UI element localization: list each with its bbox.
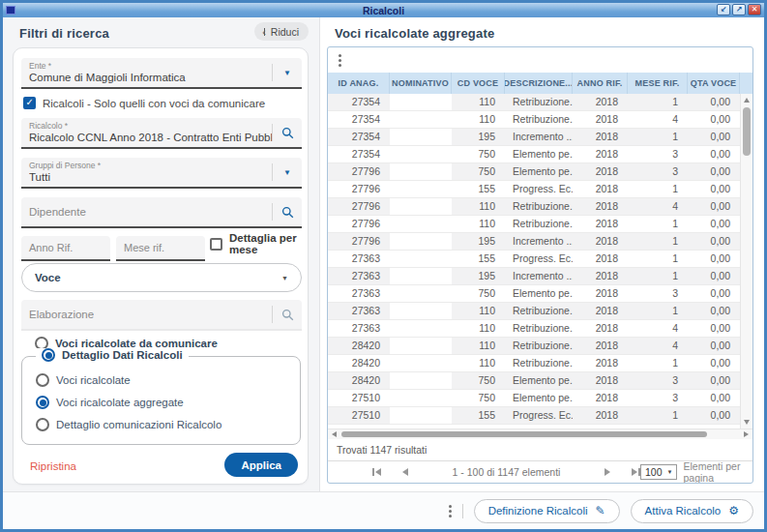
page-size-select[interactable]: 100 ▼ bbox=[640, 464, 677, 480]
table-menu-kebab-icon[interactable] bbox=[339, 54, 341, 67]
table-row[interactable]: 27354110Retribuzione...201810,00 bbox=[328, 94, 740, 111]
attiva-ricalcolo-button[interactable]: Attiva Ricalcolo ⚙ bbox=[631, 499, 753, 523]
table-row[interactable]: 27796750Elemento pe...201830,00 bbox=[328, 163, 740, 181]
prev-page-button[interactable] bbox=[402, 468, 408, 476]
scroll-up-icon[interactable] bbox=[744, 98, 750, 103]
maximize-window-button[interactable]: ↗ bbox=[732, 4, 746, 15]
table-row[interactable]: 27796195Incremento ...201810,00 bbox=[328, 233, 740, 251]
table-row[interactable]: 27510750Elemento pe...201830,00 bbox=[328, 390, 740, 407]
table-row[interactable]: 27363155Progress. Ec...201810,00 bbox=[328, 251, 740, 268]
vertical-scroll-thumb[interactable] bbox=[743, 107, 751, 156]
table-cell: 2018 bbox=[573, 181, 628, 197]
ricalcoli-checkbox[interactable]: Ricalcoli - Solo quelli con voci da comu… bbox=[23, 97, 265, 109]
table-cell bbox=[390, 338, 452, 354]
table-row[interactable]: 27354195Incremento ...201810,00 bbox=[328, 129, 740, 146]
column-header[interactable]: QTA VOCE bbox=[688, 73, 740, 94]
table-row[interactable]: 27510155Progress. Ec...201810,00 bbox=[328, 407, 740, 425]
table-cell: 3 bbox=[628, 285, 688, 302]
chevron-down-icon[interactable]: ▼ bbox=[273, 58, 302, 87]
window: Ricalcoli ↙ ↗ ✕ Filtri di ricerca ‹ Ridu… bbox=[0, 0, 767, 532]
radio-voci-ricalcolate-aggregate[interactable]: Voci ricalcolate aggregate bbox=[36, 396, 184, 409]
table-cell: 0,00 bbox=[688, 355, 740, 371]
applica-button[interactable]: Applica bbox=[224, 453, 298, 477]
definizione-ricalcoli-button[interactable]: Definizione Ricalcoli ✎ bbox=[474, 499, 620, 523]
gruppi-persone-field[interactable]: Gruppi di Persone * Tutti ▼ bbox=[21, 158, 302, 189]
dettaglia-per-mese-checkbox[interactable]: Dettaglia per mese bbox=[210, 232, 308, 255]
mese-rif-field[interactable]: Mese rif. bbox=[116, 236, 205, 261]
table-cell: 0,00 bbox=[688, 216, 740, 232]
column-header[interactable]: MESE RIF. bbox=[628, 73, 688, 94]
radio-circle[interactable] bbox=[36, 396, 49, 409]
table-row[interactable]: 28420750Elemento pe...201830,00 bbox=[328, 372, 740, 390]
table-row[interactable]: 27363110Retribuzione...201840,00 bbox=[328, 320, 740, 338]
table-cell: Progress. Ec... bbox=[505, 181, 573, 197]
vertical-scrollbar[interactable] bbox=[740, 94, 752, 429]
collapse-panel-button[interactable]: ‹ Riduci bbox=[254, 22, 309, 41]
search-icon[interactable] bbox=[273, 300, 302, 329]
table-cell: 195 bbox=[452, 233, 505, 250]
elaborazione-field[interactable]: Elaborazione bbox=[21, 300, 302, 331]
table-row[interactable]: 27796155Progress. Ec...201810,00 bbox=[328, 181, 740, 198]
horizontal-scrollbar[interactable] bbox=[328, 429, 752, 439]
ripristina-link[interactable]: Ripristina bbox=[30, 460, 76, 472]
scroll-left-icon[interactable] bbox=[332, 431, 337, 437]
column-header[interactable]: ID ANAG. bbox=[328, 73, 390, 94]
table-row[interactable]: 27363750Elemento pe...201830,00 bbox=[328, 285, 740, 303]
table-cell bbox=[390, 251, 452, 267]
table-row[interactable]: 27354750Elemento pe...201830,00 bbox=[328, 146, 740, 163]
search-icon[interactable] bbox=[273, 197, 302, 226]
first-page-button[interactable] bbox=[372, 468, 381, 476]
horizontal-scroll-thumb[interactable] bbox=[341, 431, 707, 437]
ricalcolo-field[interactable]: Ricalcolo * Ricalcolo CCNL Anno 2018 - C… bbox=[21, 118, 302, 149]
next-page-button[interactable] bbox=[605, 468, 610, 476]
radio-dettaglio-dati-ricalcoli[interactable]: Dettaglio Dati Ricalcoli bbox=[36, 348, 189, 362]
results-panel: Voci ricalcolate aggregate ID ANAG.NOMIN… bbox=[321, 17, 764, 491]
table-cell: Progress. Ec... bbox=[505, 251, 573, 267]
table-cell: 110 bbox=[452, 198, 505, 215]
table-row[interactable]: 27354110Retribuzione...201840,00 bbox=[328, 111, 740, 129]
scroll-right-icon[interactable] bbox=[744, 431, 749, 437]
table-row[interactable]: 28420110Retribuzione...201810,00 bbox=[328, 355, 740, 372]
table-row[interactable]: 27796110Retribuzione...201810,00 bbox=[328, 216, 740, 233]
radio-voci-ricalcolate[interactable]: Voci ricalcolate bbox=[36, 373, 131, 387]
radio-circle[interactable] bbox=[36, 373, 49, 387]
mese-rif-placeholder: Mese rif. bbox=[124, 242, 164, 253]
column-header[interactable]: ANNO RIF. bbox=[573, 73, 628, 94]
table-cell: 3 bbox=[628, 372, 688, 389]
titlebar[interactable]: Ricalcoli ↙ ↗ ✕ bbox=[3, 3, 764, 17]
chevron-down-icon[interactable]: ▼ bbox=[273, 158, 302, 187]
footer-menu-kebab-icon[interactable] bbox=[449, 505, 452, 517]
column-header[interactable]: CD VOCE bbox=[452, 73, 505, 94]
table-cell: 750 bbox=[452, 146, 505, 163]
table-row[interactable]: 27796110Retribuzione...201840,00 bbox=[328, 198, 740, 216]
ricalcoli-checkbox-label: Ricalcoli - Solo quelli con voci da comu… bbox=[43, 98, 265, 109]
table-row[interactable]: 28420110Retribuzione...201840,00 bbox=[328, 338, 740, 355]
voce-label: Voce bbox=[35, 272, 61, 283]
table-row[interactable]: 27363195Incremento ...201810,00 bbox=[328, 268, 740, 285]
checkbox-box[interactable] bbox=[210, 238, 222, 251]
checkbox-box[interactable] bbox=[23, 97, 36, 109]
table-cell: Incremento ... bbox=[505, 268, 573, 284]
table-cell: 2018 bbox=[573, 146, 628, 163]
anno-rif-field[interactable]: Anno Rif. bbox=[21, 236, 110, 261]
voce-dropdown[interactable]: Voce ▼ bbox=[21, 263, 302, 292]
table-cell: 750 bbox=[452, 390, 505, 406]
ente-field[interactable]: Ente * Comune di Maggioli Informatica ▼ bbox=[21, 58, 302, 89]
scroll-down-icon[interactable] bbox=[744, 420, 750, 425]
search-icon[interactable] bbox=[273, 118, 302, 147]
radio-dettaglio-comunicazioni[interactable]: Dettaglio comunicazioni Ricalcolo bbox=[36, 418, 221, 431]
close-window-button[interactable]: ✕ bbox=[748, 4, 761, 15]
last-page-button[interactable] bbox=[632, 468, 640, 476]
table-cell: 750 bbox=[452, 372, 505, 389]
table-cell: 2018 bbox=[573, 233, 628, 250]
restore-window-button[interactable]: ↙ bbox=[717, 4, 730, 15]
radio-circle[interactable] bbox=[36, 418, 49, 431]
table-cell: 110 bbox=[452, 338, 505, 354]
table-cell: 28420 bbox=[328, 338, 390, 354]
dipendente-field[interactable]: Dipendente bbox=[21, 197, 302, 228]
column-header[interactable]: NOMINATIVO bbox=[390, 73, 452, 94]
table-cell: 0,00 bbox=[688, 233, 740, 250]
column-header[interactable]: DESCRIZIONE... bbox=[505, 73, 573, 94]
radio-circle[interactable] bbox=[42, 348, 55, 362]
table-row[interactable]: 27363110Retribuzione...201810,00 bbox=[328, 303, 740, 320]
